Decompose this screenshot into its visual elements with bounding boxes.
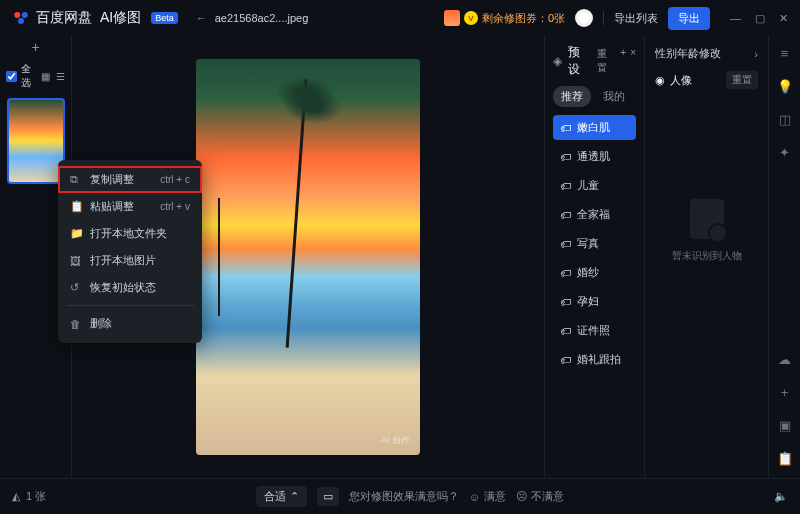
bottom-center: 合适 ⌃ ▭ 您对修图效果满意吗？ ☺满意 ☹不满意 <box>46 486 774 507</box>
context-menu-item-2[interactable]: 📁打开本地文件夹 <box>58 220 202 247</box>
menu-item-icon: 🖼 <box>70 255 82 267</box>
thumb-header: 全选 ▦ ☰ <box>0 58 71 94</box>
vip-badge-icon: V <box>464 11 478 25</box>
coupon-text: 剩余修图券：0张 <box>482 11 565 26</box>
main-image[interactable]: AI 创作 <box>196 59 420 455</box>
preset-close-icon[interactable]: × <box>630 47 636 75</box>
plus-icon[interactable]: + <box>781 385 789 400</box>
portrait-title: 人像 <box>670 73 692 88</box>
menu-item-shortcut: ctrl + c <box>160 174 190 185</box>
menu-item-icon: 📁 <box>70 227 82 240</box>
filename-text: ae21568ac2....jpeg <box>215 12 309 24</box>
unsatisfied-button[interactable]: ☹不满意 <box>516 489 564 504</box>
satisfied-button[interactable]: ☺满意 <box>469 489 506 504</box>
select-all-checkbox[interactable] <box>6 71 17 82</box>
preset-item-label: 全家福 <box>577 207 610 222</box>
preset-item-1[interactable]: 🏷通透肌 <box>553 144 636 169</box>
preset-item-label: 孕妇 <box>577 294 599 309</box>
thumbs-down-icon: ☹ <box>516 490 527 503</box>
svg-point-2 <box>18 18 24 24</box>
context-menu-item-4[interactable]: ↺恢复初始状态 <box>58 274 202 301</box>
product-text: AI修图 <box>100 9 141 27</box>
tag-icon: 🏷 <box>560 325 571 337</box>
feedback-area: 您对修图效果满意吗？ ☺满意 ☹不满意 <box>349 489 564 504</box>
menu-item-label: 复制调整 <box>90 172 134 187</box>
thumbs-up-icon: ☺ <box>469 491 480 503</box>
preset-item-label: 婚纱 <box>577 265 599 280</box>
preset-item-2[interactable]: 🏷儿童 <box>553 173 636 198</box>
bottom-bar: ◭ 1 张 合适 ⌃ ▭ 您对修图效果满意吗？ ☺满意 ☹不满意 🔈 <box>0 478 800 514</box>
menu-item-shortcut: ctrl + v <box>160 201 190 212</box>
preset-tab-0[interactable]: 推荐 <box>553 86 591 107</box>
preset-item-4[interactable]: 🏷写真 <box>553 231 636 256</box>
context-menu-item-5[interactable]: 🗑删除 <box>58 310 202 337</box>
menu-item-icon: ↺ <box>70 281 82 294</box>
ai-watermark: AI 创作 <box>381 434 410 447</box>
context-menu-item-0[interactable]: ⧉复制调整ctrl + c <box>58 166 202 193</box>
menu-item-icon: ⧉ <box>70 173 82 186</box>
crop-icon[interactable]: ◫ <box>779 112 791 127</box>
tag-icon: 🏷 <box>560 267 571 279</box>
gender-age-row[interactable]: 性别年龄修改 › <box>655 46 758 61</box>
preset-item-5[interactable]: 🏷婚纱 <box>553 260 636 285</box>
preset-item-0[interactable]: 🏷嫩白肌 <box>553 115 636 140</box>
cloud-icon[interactable]: ☁ <box>778 352 791 367</box>
sparkle-icon[interactable]: ✦ <box>779 145 790 160</box>
preset-item-6[interactable]: 🏷孕妇 <box>553 289 636 314</box>
layers-icon[interactable]: ▣ <box>779 418 791 433</box>
gift-icon <box>444 10 460 26</box>
portrait-reset-button[interactable]: 重置 <box>726 71 758 89</box>
window-controls: — ▢ ✕ <box>730 12 788 25</box>
brand-text: 百度网盘 <box>36 9 92 27</box>
preset-item-label: 证件照 <box>577 323 610 338</box>
baidu-netdisk-icon <box>12 9 30 27</box>
context-menu-item-1[interactable]: 📋粘贴调整ctrl + v <box>58 193 202 220</box>
palm-tree-decor-2 <box>218 198 220 317</box>
chevron-up-icon: ⌃ <box>290 490 299 503</box>
preset-item-7[interactable]: 🏷证件照 <box>553 318 636 343</box>
add-image-button[interactable]: + <box>0 36 71 58</box>
menu-item-label: 打开本地文件夹 <box>90 226 167 241</box>
context-menu-item-3[interactable]: 🖼打开本地图片 <box>58 247 202 274</box>
lightbulb-icon[interactable]: 💡 <box>777 79 793 94</box>
zoom-fit-button[interactable]: 合适 ⌃ <box>256 486 307 507</box>
menu-item-label: 打开本地图片 <box>90 253 156 268</box>
sliders-icon[interactable]: ≡ <box>781 46 789 61</box>
export-list-button[interactable]: 导出列表 <box>614 11 658 26</box>
bottom-left: ◭ 1 张 <box>12 489 46 504</box>
close-icon[interactable]: ✕ <box>779 12 788 25</box>
unsatisfied-label: 不满意 <box>531 489 564 504</box>
tag-icon: 🏷 <box>560 151 571 163</box>
volume-icon[interactable]: 🔈 <box>774 490 788 503</box>
minimize-icon[interactable]: — <box>730 12 741 25</box>
export-button[interactable]: 导出 <box>668 7 710 30</box>
avatar[interactable] <box>575 9 593 27</box>
preset-reset-button[interactable]: 重置 <box>597 47 616 75</box>
grid-view-icon[interactable]: ▦ <box>41 71 50 82</box>
preset-item-label: 婚礼跟拍 <box>577 352 621 367</box>
preset-add-icon[interactable]: + <box>620 47 626 75</box>
thumbnail-1[interactable] <box>7 98 65 184</box>
tag-icon: 🏷 <box>560 180 571 192</box>
preset-header: ◈ 预设 重置 + × <box>553 44 636 78</box>
satisfied-label: 满意 <box>484 489 506 504</box>
back-arrow-icon[interactable]: ← <box>196 12 207 24</box>
clipboard-icon[interactable]: 📋 <box>777 451 793 466</box>
compare-button[interactable]: ▭ <box>317 487 339 506</box>
preset-tab-1[interactable]: 我的 <box>595 86 633 107</box>
feedback-question: 您对修图效果满意吗？ <box>349 489 459 504</box>
list-view-icon[interactable]: ☰ <box>56 71 65 82</box>
properties-panel: 性别年龄修改 › ◉ 人像 重置 暂未识别到人物 <box>644 36 768 478</box>
maximize-icon[interactable]: ▢ <box>755 12 765 25</box>
preset-item-3[interactable]: 🏷全家福 <box>553 202 636 227</box>
preset-item-8[interactable]: 🏷婚礼跟拍 <box>553 347 636 372</box>
gender-age-label: 性别年龄修改 <box>655 46 721 61</box>
zoom-fit-label: 合适 <box>264 489 286 504</box>
menu-item-icon: 🗑 <box>70 318 82 330</box>
tag-icon: 🏷 <box>560 296 571 308</box>
filename-display: ← ae21568ac2....jpeg <box>196 12 444 24</box>
menu-item-icon: 📋 <box>70 200 82 213</box>
svg-point-0 <box>14 12 20 18</box>
palm-tree-decor <box>285 79 307 348</box>
coupon-area[interactable]: V 剩余修图券：0张 <box>444 10 565 26</box>
